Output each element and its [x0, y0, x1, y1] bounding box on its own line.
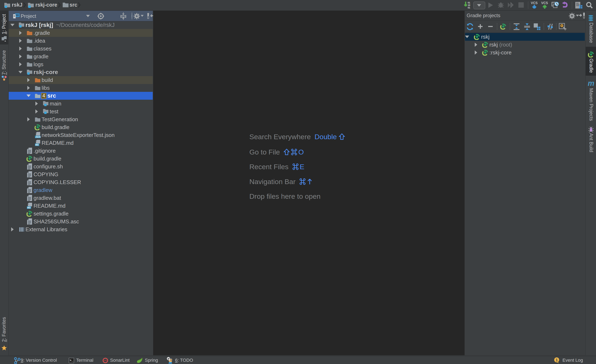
- svg-text:VCS: VCS: [531, 1, 538, 5]
- svg-text:10: 10: [468, 4, 470, 7]
- svg-text:1: 1: [556, 358, 558, 362]
- svg-text:MD: MD: [27, 207, 31, 209]
- svg-text:01: 01: [468, 7, 470, 9]
- svg-text:MD: MD: [35, 144, 39, 146]
- svg-text:VCS: VCS: [541, 1, 548, 5]
- svg-text:01: 01: [468, 1, 470, 4]
- svg-text:JSON: JSON: [35, 136, 41, 138]
